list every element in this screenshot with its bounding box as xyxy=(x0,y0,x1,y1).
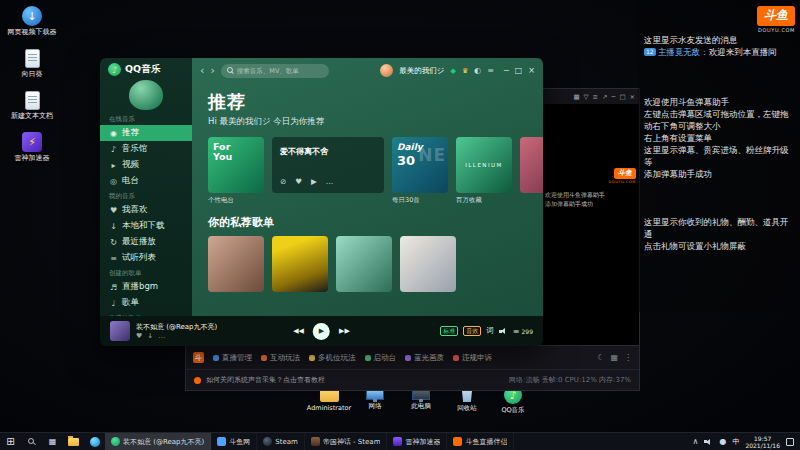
start-button[interactable]: ⊞ xyxy=(0,433,21,450)
card-song-promo[interactable]: 爱不得离不舍 ⊘ ♥ ▶ … xyxy=(272,137,384,205)
minimize-icon[interactable]: ─ xyxy=(611,93,615,101)
card-label: 个性电台 xyxy=(208,196,264,205)
search-input[interactable] xyxy=(237,67,323,75)
appeal-button[interactable]: 违规申诉 xyxy=(453,353,492,363)
game-icon xyxy=(311,437,320,446)
minimize-button[interactable]: ─ xyxy=(504,66,509,75)
douyu-danmaku-overlay[interactable]: 斗鱼 DOUYU.COM 这里显示水友发送的消息 12主播竟无敌：欢迎来到本直播… xyxy=(638,0,800,312)
more-icon[interactable]: … xyxy=(158,332,165,340)
desktop-icon-label: 雷神加速器 xyxy=(15,154,50,162)
desktop-icon-downloader[interactable]: ↓ 网页视频下载器 xyxy=(4,6,60,36)
douyu-logo-block: 斗鱼 DOUYU.COM xyxy=(757,4,795,33)
section-title-private-playlists: 你的私荐歌单 xyxy=(208,215,543,230)
quality-button[interactable]: 蓝光画质 xyxy=(405,353,444,363)
night-mode-icon[interactable]: ☾ xyxy=(597,353,604,362)
search-box[interactable] xyxy=(221,64,329,78)
next-track-button[interactable]: ▶▶ xyxy=(339,327,350,335)
sidebar-item-playlist[interactable]: ♩歌单 xyxy=(100,295,192,311)
tray-expand-icon[interactable]: ∧ xyxy=(693,437,699,446)
desktop-icon-text-document[interactable]: 新建文本文档 xyxy=(4,90,60,120)
sidebar-item-local-downloads[interactable]: ↓本地和下载 xyxy=(100,218,192,234)
volume-icon[interactable] xyxy=(499,327,508,335)
input-method-indicator[interactable]: 中 xyxy=(732,437,739,447)
now-playing-cover[interactable] xyxy=(110,321,130,341)
accelerator-icon xyxy=(393,437,402,446)
menu-icon[interactable]: ≡ xyxy=(593,93,598,101)
playlist-cover[interactable] xyxy=(208,236,264,292)
skin-icon[interactable]: ◐ xyxy=(474,66,481,75)
browser-button[interactable] xyxy=(84,433,105,450)
taskbar-app-douyu-companion[interactable]: 斗鱼直播伴侣 xyxy=(447,433,514,450)
forward-icon[interactable]: › xyxy=(210,65,214,76)
chat-message: 12主播竟无敌：欢迎来到本直播间 xyxy=(644,46,794,58)
sound-effect-tag[interactable]: 音效 xyxy=(463,326,481,336)
network-icon[interactable]: ● xyxy=(719,437,726,446)
multicam-button[interactable]: 多机位玩法 xyxy=(309,353,356,363)
taskbar-app-steam[interactable]: Steam xyxy=(257,433,305,450)
more-icon[interactable]: ⋮ xyxy=(624,353,632,362)
layout-icon[interactable]: ▦ xyxy=(610,353,618,362)
live-manage-button[interactable]: 直播管理 xyxy=(213,353,252,363)
playlist-cover[interactable] xyxy=(272,236,328,292)
chat-message: 添加弹幕助手成功 xyxy=(644,168,794,180)
play-queue-button[interactable]: ≡299 xyxy=(513,327,533,336)
file-explorer-button[interactable] xyxy=(63,433,84,450)
card-daily-30[interactable]: Daily 30 NE 每日30首 xyxy=(392,137,448,205)
download-icon[interactable]: ↓ xyxy=(147,332,153,340)
desktop-icon-label: Administrator xyxy=(307,404,351,412)
filter-icon[interactable]: ▽ xyxy=(584,93,589,101)
tray-clock[interactable]: 19:57 2021/11/16 xyxy=(745,435,780,449)
desktop-icon-sunflower[interactable]: 向日葵 xyxy=(4,48,60,78)
close-icon[interactable]: × xyxy=(630,93,635,101)
sidebar-item-trial-list[interactable]: ≡试听列表 xyxy=(100,250,192,266)
taskbar-app-myth-of-empires[interactable]: 帝国神话 - Steam xyxy=(305,433,388,450)
quality-tag[interactable]: 标准 xyxy=(440,326,458,336)
companion-titlebar: ▦ ▽ ≡ ↗ ─ □ × xyxy=(541,89,639,104)
share-icon[interactable]: ↗ xyxy=(602,93,607,101)
playlist-cover[interactable] xyxy=(400,236,456,292)
sidebar-item-video[interactable]: ▸视频 xyxy=(100,157,192,173)
taskbar-app-qqmusic[interactable]: 装不如意 (@Reap九不亮) xyxy=(105,433,211,450)
maximize-icon[interactable]: □ xyxy=(619,93,625,101)
user-name[interactable]: 最美的我们ジ xyxy=(399,66,444,76)
previous-track-button[interactable]: ◀◀ xyxy=(293,327,304,335)
notification-center-icon[interactable] xyxy=(786,438,794,446)
like-icon[interactable]: ♥ xyxy=(295,177,302,186)
dislike-icon[interactable]: ⊘ xyxy=(280,177,286,186)
sidebar-item-radio[interactable]: ◎电台 xyxy=(100,173,192,189)
playlist-cover[interactable] xyxy=(336,236,392,292)
maximize-button[interactable]: □ xyxy=(515,66,523,75)
taskbar-app-label: 雷神加速器 xyxy=(405,437,440,447)
taskbar-app-douyu-web[interactable]: 斗鱼网 xyxy=(211,433,257,450)
grid-icon[interactable]: ▦ xyxy=(573,93,579,101)
lyrics-button[interactable]: 词 xyxy=(486,326,494,336)
sidebar-item-recommend[interactable]: ◉推荐 xyxy=(100,125,192,141)
sidebar-item-music-hall[interactable]: ♪音乐馆 xyxy=(100,141,192,157)
card-personal-radio[interactable]: For You 个性电台 xyxy=(208,137,264,205)
card-album[interactable]: ILLENIUM 百万收藏 xyxy=(456,137,512,205)
card-photo[interactable] xyxy=(520,137,543,205)
like-icon[interactable]: ♥ xyxy=(136,332,142,340)
taskbar-app-label: 斗鱼直播伴侣 xyxy=(465,437,507,447)
back-icon[interactable]: ‹ xyxy=(200,65,204,76)
interact-play-button[interactable]: 互动玩法 xyxy=(261,353,300,363)
task-view-button[interactable]: ▦ xyxy=(42,433,63,450)
taskbar-app-leishen[interactable]: 雷神加速器 xyxy=(387,433,447,450)
taskbar-app-label: Steam xyxy=(275,438,298,446)
sidebar-item-recent[interactable]: ↻最近播放 xyxy=(100,234,192,250)
system-tray: ∧ ● 中 19:57 2021/11/16 xyxy=(687,433,800,450)
more-icon[interactable]: … xyxy=(326,177,334,186)
album-artist: ILLENIUM xyxy=(465,162,503,168)
main-menu-icon[interactable]: ≡ xyxy=(487,66,494,75)
close-button[interactable]: × xyxy=(528,66,535,75)
desktop-icon-leishen[interactable]: ⚡ 雷神加速器 xyxy=(4,132,60,162)
sidebar-item-live-bgm[interactable]: ♬直播bgm xyxy=(100,279,192,295)
tip-text[interactable]: 如何关闭系统声音采集？点击查看教程 xyxy=(206,375,325,385)
volume-icon[interactable] xyxy=(704,438,713,446)
play-button[interactable]: ▶ xyxy=(313,323,330,340)
launchpad-button[interactable]: 启动台 xyxy=(365,353,397,363)
play-icon[interactable]: ▶ xyxy=(311,177,317,186)
taskbar-search-button[interactable] xyxy=(21,433,42,450)
user-avatar[interactable] xyxy=(380,64,393,77)
sidebar-item-favorites[interactable]: ♥我喜欢 xyxy=(100,202,192,218)
